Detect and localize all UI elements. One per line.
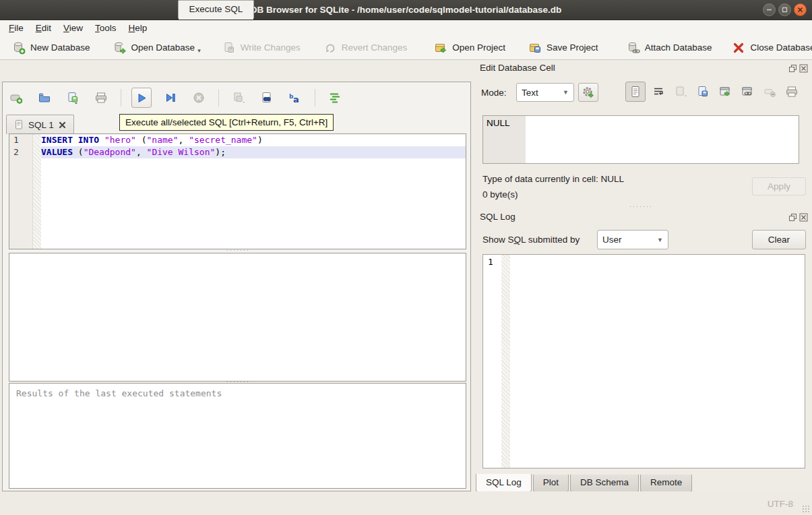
format-sql-button[interactable]: [325, 88, 344, 107]
code-line-2-current: VALUES ("Deadpond", "Dive Wilson");: [41, 146, 466, 158]
log-filter-label: Show SQL submitted by: [482, 235, 580, 245]
close-panel-icon[interactable]: [799, 213, 808, 222]
sql-log-title: SQL Log: [480, 212, 516, 222]
text-mode-button[interactable]: [625, 82, 646, 102]
execute-sql-panel: b a SQL 1: [2, 82, 471, 491]
cell-value-editor[interactable]: NULL: [482, 115, 799, 164]
mode-value: Text: [522, 88, 538, 98]
menu-edit[interactable]: Edit: [30, 20, 57, 36]
minimize-button[interactable]: [763, 3, 776, 16]
encoding-indicator[interactable]: UTF-8: [768, 499, 793, 509]
resize-grip[interactable]: [802, 505, 810, 513]
maximize-icon: [781, 6, 788, 13]
close-panel-icon[interactable]: [799, 64, 808, 73]
results-grid-pane[interactable]: [9, 253, 466, 382]
revert-changes-label: Revert Changes: [342, 42, 408, 53]
menu-help[interactable]: Help: [123, 20, 154, 36]
chevron-down-icon: ▼: [563, 89, 569, 96]
write-changes-icon: [222, 41, 236, 55]
log-fold-margin: [501, 255, 510, 468]
execute-all-button[interactable]: [131, 88, 152, 108]
revert-changes-icon: [323, 41, 337, 55]
new-database-icon: [12, 41, 26, 55]
auto-apply-button[interactable]: [578, 83, 598, 102]
menubar: File Edit View Tools Help: [0, 20, 812, 36]
word-wrap-button[interactable]: [649, 82, 668, 101]
menu-tools[interactable]: Tools: [89, 20, 123, 36]
float-panel-icon[interactable]: [788, 213, 797, 222]
main-toolbar: New Database Open Database ▾: [0, 36, 812, 60]
attach-database-button[interactable]: Attach Database: [620, 38, 719, 57]
sql-toolbar-separator-2: [218, 89, 219, 107]
execute-line-icon: [164, 91, 177, 104]
link-icon: [741, 85, 754, 98]
copy-link-button[interactable]: [738, 82, 757, 101]
menu-view[interactable]: View: [57, 20, 89, 36]
open-project-button[interactable]: Open Project: [427, 38, 512, 57]
write-changes-label: Write Changes: [241, 42, 301, 53]
close-button[interactable]: [794, 3, 807, 16]
save-project-button[interactable]: Save Project: [522, 38, 605, 57]
code-area[interactable]: INSERT INTO "hero" ("name", "secret_name…: [41, 134, 466, 249]
dock-splitter[interactable]: [606, 205, 674, 208]
sql-doc-tab[interactable]: SQL 1: [6, 115, 74, 134]
print-sql-button[interactable]: [92, 88, 111, 107]
set-null-icon: [763, 85, 776, 98]
save-results-icon: [231, 91, 246, 104]
line-number-gutter: 1 2: [9, 134, 33, 249]
results-message-pane[interactable]: Results of the last executed statements: [9, 383, 466, 489]
titlebar[interactable]: DB Browser for SQLite - /home/user/code/…: [0, 0, 812, 20]
export-cell-button[interactable]: [693, 82, 712, 101]
float-panel-icon[interactable]: [788, 64, 797, 73]
close-sql-tab-icon[interactable]: [58, 121, 67, 129]
new-tab-icon: [9, 91, 23, 104]
svg-text:a: a: [293, 94, 299, 104]
execute-line-button[interactable]: [161, 88, 180, 107]
tab-db-schema[interactable]: DB Schema: [570, 475, 639, 492]
close-database-button[interactable]: Close Database: [725, 38, 812, 57]
tab-remote[interactable]: Remote: [640, 475, 692, 492]
window-title: DB Browser for SQLite - /home/user/code/…: [251, 0, 561, 20]
open-external-button[interactable]: [716, 82, 735, 101]
maximize-button[interactable]: [778, 3, 791, 16]
save-project-icon: [528, 41, 542, 55]
stop-execution-button: [189, 88, 208, 107]
open-project-icon: [434, 41, 447, 55]
open-database-dropdown-icon[interactable]: ▾: [197, 48, 201, 54]
print-cell-button[interactable]: [782, 82, 801, 101]
app-window: DB Browser for SQLite - /home/user/code/…: [0, 0, 812, 515]
log-filter-combobox[interactable]: User ▼: [597, 230, 668, 249]
chevron-down-icon: ▼: [657, 237, 663, 243]
sql-editor[interactable]: 1 2 INSERT INTO "hero" ("name", "secret_…: [9, 133, 466, 249]
mode-label: Mode:: [481, 88, 507, 98]
cell-size-info: 0 byte(s): [482, 189, 518, 200]
edit-cell-dock-buttons: [788, 64, 808, 73]
fold-margin: [33, 134, 41, 249]
save-sql-file-button[interactable]: [63, 88, 82, 107]
tab-sql-log[interactable]: SQL Log: [476, 474, 532, 492]
line-number: 1: [9, 134, 32, 146]
save-results-button: [229, 88, 248, 107]
close-database-icon: [732, 41, 745, 55]
open-project-label: Open Project: [452, 42, 505, 53]
tab-execute-sql[interactable]: Execute SQL: [178, 0, 255, 18]
apply-button: Apply: [752, 177, 806, 195]
open-database-icon: [113, 41, 127, 55]
auto-completion-button[interactable]: b a: [286, 88, 305, 107]
mode-combobox[interactable]: Text ▼: [516, 83, 574, 102]
editor-results-splitter[interactable]: [9, 249, 465, 252]
sql-log-view[interactable]: 1: [482, 254, 805, 468]
open-sql-file-button[interactable]: [35, 88, 54, 107]
find-replace-button[interactable]: [257, 88, 276, 107]
set-null-button: [760, 82, 779, 101]
open-database-button[interactable]: Open Database ▾: [106, 38, 208, 57]
new-database-button[interactable]: New Database: [5, 38, 97, 57]
new-sql-tab-button[interactable]: [7, 88, 26, 107]
printer-icon: [785, 85, 799, 98]
tab-plot[interactable]: Plot: [533, 475, 569, 492]
write-changes-button: Write Changes: [216, 38, 307, 57]
font-letters-icon: b a: [288, 91, 302, 104]
cell-toolbar: [625, 82, 801, 102]
clear-log-button[interactable]: Clear: [752, 230, 806, 249]
menu-file[interactable]: File: [3, 20, 30, 36]
